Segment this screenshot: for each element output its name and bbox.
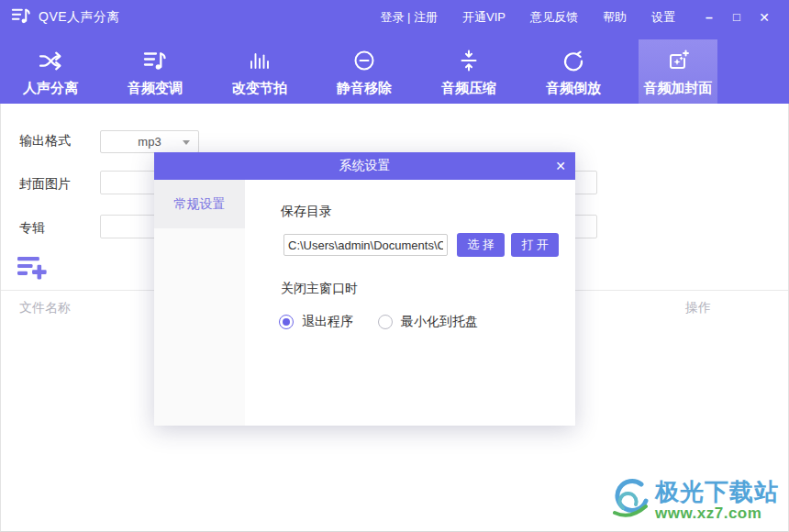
tab-label: 音频变调 <box>128 80 183 97</box>
dialog-content: 保存目录 选 择 打 开 关闭主窗口时 退出程序 最小化到托盘 <box>245 180 575 426</box>
titlebar-menu: 登录 | 注册 开通VIP 意见反馈 帮助 设置 – □ ✕ <box>355 0 778 35</box>
window-controls: – □ ✕ <box>695 0 778 35</box>
dropdown-caret-icon <box>183 140 190 145</box>
radio-label: 退出程序 <box>302 314 353 330</box>
tab-audio-reverse[interactable]: 音频倒放 <box>534 39 613 104</box>
tab-change-beat[interactable]: 改变节拍 <box>220 39 299 104</box>
app-title: QVE人声分离 <box>39 9 120 26</box>
sidebar-item-label: 常规设置 <box>174 196 226 213</box>
dialog-header: 系统设置 ✕ <box>154 152 575 180</box>
tab-audio-pitch[interactable]: 音频变调 <box>116 39 194 104</box>
close-window-label: 关闭主窗口时 <box>281 281 358 297</box>
watermark-swirl-icon <box>609 478 651 524</box>
menu-help[interactable]: 帮助 <box>603 9 627 26</box>
tab-label: 人声分离 <box>23 80 78 97</box>
tab-audio-add-cover[interactable]: 音频加封面 <box>639 39 717 104</box>
watermark-site-url: www.xz7.com <box>655 505 779 522</box>
dialog-title: 系统设置 <box>339 158 391 174</box>
tab-audio-compression[interactable]: 音频压缩 <box>429 39 508 104</box>
dialog-sidebar: 常规设置 <box>154 180 245 426</box>
watermark: 极光下载站 www.xz7.com <box>609 478 779 524</box>
output-format-label: 输出格式 <box>19 133 71 150</box>
action-header: 操作 <box>685 300 711 316</box>
tab-voice-separation[interactable]: 人声分离 <box>11 39 90 104</box>
select-button[interactable]: 选 择 <box>457 233 505 257</box>
file-name-header: 文件名称 <box>19 300 71 316</box>
tab-silence-removal[interactable]: 静音移除 <box>325 39 404 104</box>
music-list-icon <box>143 48 167 73</box>
titlebar-left: QVE人声分离 <box>11 6 120 28</box>
watermark-text: 极光下载站 www.xz7.com <box>655 480 779 521</box>
radio-minimize-to-tray[interactable]: 最小化到托盘 <box>378 314 478 330</box>
equalizer-icon <box>249 48 271 73</box>
compress-icon <box>459 48 479 73</box>
tab-label: 音频压缩 <box>441 80 496 97</box>
output-format-value: mp3 <box>138 135 161 149</box>
minus-circle-icon <box>353 48 375 73</box>
menu-login-register[interactable]: 登录 | 注册 <box>380 9 438 26</box>
app-logo-music-list-icon <box>11 6 31 28</box>
tab-label: 音频倒放 <box>546 80 601 97</box>
menu-vip[interactable]: 开通VIP <box>462 9 506 26</box>
toolbar: 人声分离 音频变调 改变节拍 静音移除 <box>0 35 789 104</box>
add-files-button[interactable] <box>17 255 48 284</box>
tab-label: 音频加封面 <box>644 80 713 97</box>
menu-settings[interactable]: 设置 <box>651 9 675 26</box>
rotate-ccw-icon <box>562 48 584 73</box>
output-format-select[interactable]: mp3 <box>100 130 199 153</box>
radio-label: 最小化到托盘 <box>401 314 478 330</box>
close-button[interactable]: ✕ <box>750 0 778 35</box>
dialog-close-icon[interactable]: ✕ <box>555 152 566 180</box>
radio-circle-icon <box>378 315 393 329</box>
minimize-button[interactable]: – <box>695 0 723 35</box>
cover-image-label: 封面图片 <box>19 176 71 193</box>
dialog-body: 常规设置 保存目录 选 择 打 开 关闭主窗口时 退出程序 最小化到托盘 <box>154 180 575 426</box>
image-add-icon <box>667 48 689 73</box>
radio-circle-icon <box>279 315 294 329</box>
tab-label: 改变节拍 <box>232 80 287 97</box>
open-button[interactable]: 打 开 <box>511 233 559 257</box>
tab-label: 静音移除 <box>337 80 392 97</box>
titlebar: QVE人声分离 登录 | 注册 开通VIP 意见反馈 帮助 设置 – □ ✕ <box>0 0 789 35</box>
sidebar-item-general-settings[interactable]: 常规设置 <box>154 180 245 228</box>
radio-exit-program[interactable]: 退出程序 <box>279 314 353 330</box>
maximize-button[interactable]: □ <box>723 0 750 35</box>
shuffle-icon <box>39 48 63 73</box>
watermark-site-name: 极光下载站 <box>655 480 779 504</box>
album-label: 专辑 <box>19 220 45 237</box>
save-dir-label: 保存目录 <box>281 204 332 220</box>
menu-feedback[interactable]: 意见反馈 <box>530 9 578 26</box>
settings-dialog: 系统设置 ✕ 常规设置 保存目录 选 择 打 开 关闭主窗口时 退出程序 最小化… <box>154 152 575 426</box>
save-dir-input[interactable] <box>283 234 448 256</box>
